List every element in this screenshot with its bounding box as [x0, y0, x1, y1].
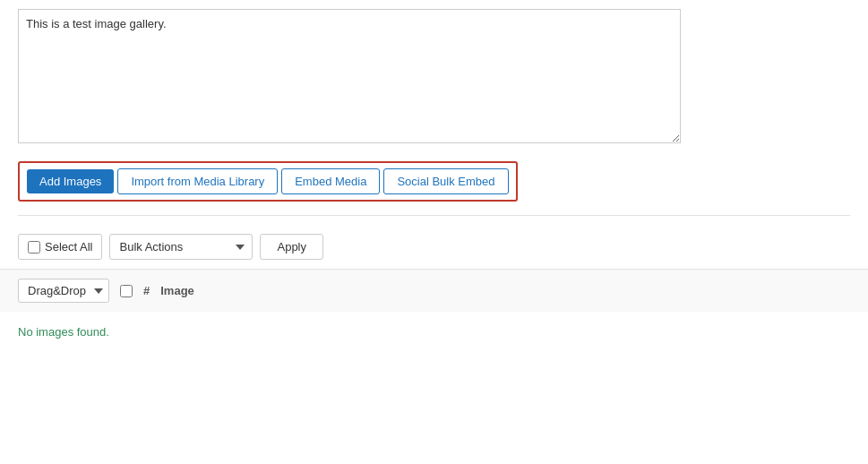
- embed-media-button[interactable]: Embed Media: [281, 168, 380, 194]
- bulk-actions-select[interactable]: Bulk Actions: [109, 234, 253, 260]
- page-wrapper: This is a test image gallery. Add Images…: [0, 0, 868, 464]
- no-images-text: No images found.: [18, 325, 109, 339]
- table-image-column: Image: [160, 284, 194, 297]
- table-header-row: Drag&Drop # Image: [18, 279, 850, 303]
- import-media-library-button[interactable]: Import from Media Library: [117, 168, 278, 194]
- select-all-label: Select All: [45, 240, 92, 253]
- table-hash-column: #: [143, 284, 150, 297]
- apply-button[interactable]: Apply: [260, 234, 323, 260]
- select-all-checkbox[interactable]: [28, 241, 40, 253]
- button-group-border: Add Images Import from Media Library Emb…: [18, 161, 518, 202]
- add-images-button[interactable]: Add Images: [27, 169, 114, 193]
- table-header-section: Drag&Drop # Image: [0, 269, 868, 312]
- no-images-section: No images found.: [0, 312, 868, 352]
- table-header-checkbox[interactable]: [120, 285, 133, 297]
- select-all-wrapper[interactable]: Select All: [18, 234, 102, 260]
- gallery-description-textarea[interactable]: This is a test image gallery.: [18, 9, 681, 143]
- textarea-section: This is a test image gallery.: [0, 0, 868, 143]
- actions-section: Select All Bulk Actions Apply: [0, 216, 868, 269]
- button-group-section: Add Images Import from Media Library Emb…: [0, 143, 868, 215]
- drag-drop-select[interactable]: Drag&Drop: [18, 279, 109, 303]
- social-bulk-embed-button[interactable]: Social Bulk Embed: [383, 168, 508, 194]
